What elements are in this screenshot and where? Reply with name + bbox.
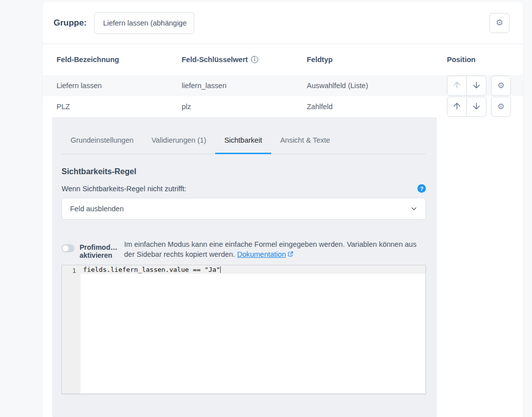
table-row-plz[interactable]: PLZ plz Zahlfeld ⚙ bbox=[43, 96, 523, 117]
move-up-button[interactable] bbox=[447, 97, 467, 117]
cell-label: PLZ bbox=[57, 103, 182, 111]
arrow-down-icon bbox=[471, 80, 481, 92]
table-row-liefern-lassen[interactable]: Liefern lassen liefern_lassen Auswahlfel… bbox=[43, 75, 523, 96]
move-down-button[interactable] bbox=[466, 76, 486, 96]
tab-grundeinstellungen[interactable]: Grundeinstellungen bbox=[62, 135, 143, 154]
line-number: 1 bbox=[62, 266, 76, 275]
pro-mode-label-line2: aktivieren bbox=[80, 251, 120, 259]
pro-mode-toggle[interactable] bbox=[62, 244, 75, 252]
move-button-group bbox=[447, 76, 486, 96]
toggle-knob bbox=[63, 245, 69, 251]
cell-type: Zahlfeld bbox=[307, 103, 447, 111]
move-button-group bbox=[447, 97, 486, 117]
field-settings-panel: Grundeinstellungen Validierungen (1) Sic… bbox=[52, 117, 437, 417]
gear-icon: ⚙ bbox=[497, 82, 504, 90]
editor-gutter: 1 bbox=[62, 265, 81, 393]
text-cursor bbox=[220, 266, 221, 273]
code-text: fields.liefern_lassen.value == "Ja" bbox=[83, 266, 220, 273]
row-settings-button[interactable]: ⚙ bbox=[491, 97, 511, 117]
cell-position: ⚙ bbox=[447, 76, 511, 96]
code-line: fields.liefern_lassen.value == "Ja" bbox=[81, 265, 425, 274]
section-title: Sichtbarkeits-Regel bbox=[62, 167, 426, 176]
cell-type: Auswahlfeld (Liste) bbox=[307, 82, 447, 90]
chevron-down-icon bbox=[410, 205, 418, 213]
arrow-up-icon bbox=[452, 80, 462, 92]
cell-key: plz bbox=[182, 103, 307, 111]
column-header-key-text: Feld-Schlüsselwert bbox=[182, 56, 248, 64]
arrow-down-icon bbox=[471, 101, 481, 113]
group-label: Gruppe: bbox=[54, 18, 87, 28]
move-up-button[interactable] bbox=[447, 76, 467, 96]
formula-editor[interactable]: 1 fields.liefern_lassen.value == "Ja" bbox=[62, 265, 426, 394]
cell-key: liefern_lassen bbox=[182, 82, 307, 90]
condition-row: Wenn Sichtbarkeits-Regel nicht zutrifft:… bbox=[62, 184, 426, 193]
tab-validierungen[interactable]: Validierungen (1) bbox=[143, 135, 215, 154]
field-group-card: Gruppe: Liefern lassen (abhängige ⚙ Feld… bbox=[43, 2, 523, 417]
external-link-icon bbox=[287, 250, 294, 260]
card-header: Gruppe: Liefern lassen (abhängige ⚙ bbox=[43, 2, 523, 44]
tab-sichtbarkeit[interactable]: Sichtbarkeit bbox=[215, 135, 271, 154]
arrow-up-icon bbox=[452, 101, 462, 113]
pro-mode-label: Profimod… aktivieren bbox=[80, 243, 120, 259]
fields-table-header: Feld-Bezeichnung Feld-Schlüsselwert ⓘ Fe… bbox=[43, 44, 523, 75]
column-header-type: Feldtyp bbox=[307, 56, 447, 64]
pro-mode-row: Profimod… aktivieren Im einfachen Modus … bbox=[62, 239, 426, 260]
column-header-position: Position bbox=[447, 56, 511, 64]
gear-icon: ⚙ bbox=[497, 103, 504, 111]
column-header-key: Feld-Schlüsselwert ⓘ bbox=[182, 55, 307, 65]
group-select-value: Liefern lassen (abhängige bbox=[103, 19, 187, 27]
group-select[interactable]: Liefern lassen (abhängige bbox=[94, 12, 194, 34]
condition-label: Wenn Sichtbarkeits-Regel nicht zutrifft: bbox=[62, 185, 186, 193]
panel-body: Sichtbarkeits-Regel Wenn Sichtbarkeits-R… bbox=[52, 167, 437, 394]
group-settings-button[interactable]: ⚙ bbox=[489, 13, 509, 33]
cell-label: Liefern lassen bbox=[57, 82, 182, 90]
info-icon[interactable]: ⓘ bbox=[251, 55, 258, 65]
select-value: Feld ausblenden bbox=[70, 205, 124, 213]
fallback-behavior-select[interactable]: Feld ausblenden bbox=[62, 198, 426, 220]
tab-ansicht-texte[interactable]: Ansicht & Texte bbox=[271, 135, 339, 154]
help-icon[interactable]: ? bbox=[417, 184, 426, 193]
settings-tabs: Grundeinstellungen Validierungen (1) Sic… bbox=[62, 135, 426, 154]
editor-code-area[interactable]: fields.liefern_lassen.value == "Ja" bbox=[81, 265, 425, 393]
column-header-label: Feld-Bezeichnung bbox=[57, 56, 182, 64]
documentation-link[interactable]: Dokumentation bbox=[237, 250, 286, 258]
gear-icon: ⚙ bbox=[495, 19, 503, 27]
row-settings-button[interactable]: ⚙ bbox=[491, 76, 511, 96]
move-down-button[interactable] bbox=[466, 97, 486, 117]
cell-position: ⚙ bbox=[447, 97, 511, 117]
pro-mode-label-line1: Profimod… bbox=[80, 243, 120, 251]
pro-mode-description: Im einfachen Modus kann eine einfache Fo… bbox=[124, 239, 426, 260]
